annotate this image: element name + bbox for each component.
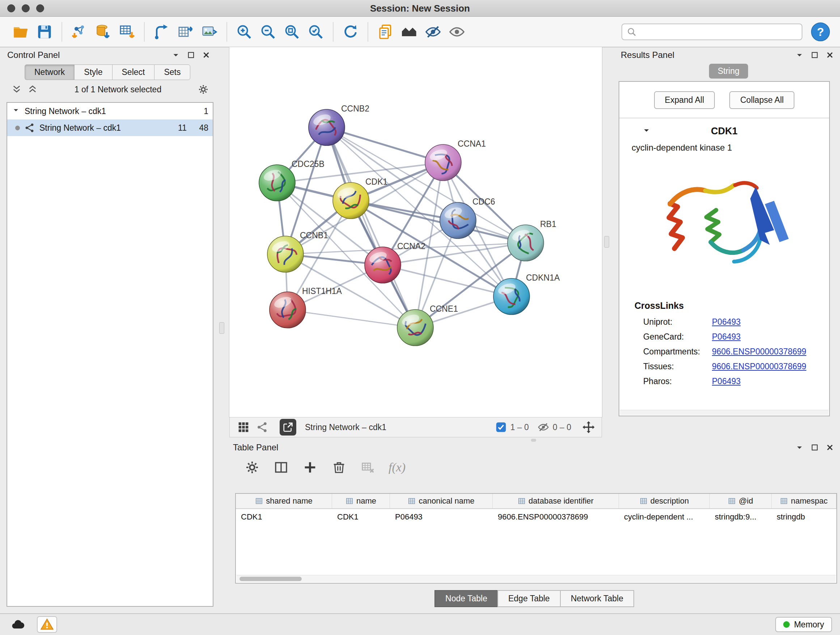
save-session-button[interactable] <box>34 22 55 42</box>
table-cell[interactable]: cyclin-dependent ... <box>619 512 710 522</box>
show-columns-button[interactable] <box>273 459 289 476</box>
import-network-from-database-button[interactable] <box>93 22 113 42</box>
hidden-eye-slash-icon[interactable] <box>538 421 549 433</box>
scrollbar-thumb[interactable] <box>240 577 302 581</box>
zoom-fit-content-button[interactable] <box>282 22 302 42</box>
open-session-button[interactable] <box>11 22 31 42</box>
collapse-button[interactable] <box>793 441 806 454</box>
add-column-button[interactable] <box>302 459 318 476</box>
tab-node-table[interactable]: Node Table <box>434 590 498 607</box>
panel-divider-handle[interactable] <box>219 322 224 334</box>
network-node-CDC6[interactable]: CDC6 <box>440 197 495 239</box>
collapse-button[interactable] <box>793 49 806 62</box>
refresh-view-button[interactable] <box>340 22 361 42</box>
share-network-button[interactable] <box>254 418 271 436</box>
table-cell[interactable]: stringdb <box>772 512 836 522</box>
network-edge[interactable] <box>287 310 415 328</box>
move-tool-button[interactable] <box>580 418 597 436</box>
column-header-id[interactable]: @id <box>710 494 772 508</box>
float-button[interactable] <box>808 49 821 62</box>
tab-string[interactable]: String <box>709 64 748 79</box>
network-graph[interactable]: CCNB2CCNA1CDC25BCDK1CDC6RB1CCNB1CCNA2CDK… <box>229 47 602 417</box>
crosslink-row: Tissues:9606.ENSP00000378699 <box>619 359 829 374</box>
window-zoom-button[interactable] <box>36 4 44 12</box>
export-table-button[interactable] <box>175 22 196 42</box>
network-canvas[interactable]: CCNB2CCNA1CDC25BCDK1CDC6RB1CCNB1CCNA2CDK… <box>229 47 602 417</box>
chevrons-up-button[interactable] <box>25 82 40 97</box>
zoom-in-button[interactable] <box>234 22 254 42</box>
network-node-HIST1H1A[interactable]: HIST1H1A <box>270 287 342 328</box>
network-node-RB1[interactable]: RB1 <box>508 219 556 261</box>
tab-style[interactable]: Style <box>74 65 112 80</box>
crosslink-link[interactable]: P06493 <box>712 317 741 327</box>
hide-graphics-details-button[interactable] <box>423 22 443 42</box>
tab-network-table[interactable]: Network Table <box>560 590 634 607</box>
expand-all-button[interactable]: Expand All <box>654 91 715 109</box>
network-node-CCNA1[interactable]: CCNA1 <box>425 139 486 181</box>
gear-button[interactable] <box>196 82 210 97</box>
section-disclosure-icon[interactable] <box>642 126 651 136</box>
network-edge[interactable] <box>327 127 415 328</box>
network-node-CCNB2[interactable]: CCNB2 <box>309 104 369 146</box>
table-settings-button[interactable] <box>244 459 261 476</box>
results-horizontal-scrollbar[interactable] <box>620 410 829 415</box>
network-node-CCNB1[interactable]: CCNB1 <box>267 231 328 272</box>
tab-edge-table[interactable]: Edge Table <box>497 590 561 607</box>
delete-column-button[interactable] <box>331 459 347 476</box>
show-graphics-details-button[interactable] <box>447 22 467 42</box>
cloud-button[interactable] <box>8 616 28 633</box>
function-builder-button[interactable]: f(x) <box>388 461 406 474</box>
grid-view-button[interactable] <box>235 418 252 436</box>
zoom-out-button[interactable] <box>258 22 278 42</box>
crosslink-link[interactable]: 9606.ENSP00000378699 <box>712 362 806 371</box>
table-cell[interactable]: 9606.ENSP00000378699 <box>493 512 619 522</box>
column-header-namespac[interactable]: namespac <box>772 494 836 508</box>
column-header-description[interactable]: description <box>619 494 710 508</box>
table-cell[interactable]: stringdb:9... <box>710 512 772 522</box>
column-header-database-identifier[interactable]: database identifier <box>493 494 619 508</box>
search-input[interactable] <box>639 27 797 37</box>
network-row[interactable]: String Network – cdk1 11 48 <box>7 119 213 136</box>
table-row[interactable]: CDK1CDK1P064939606.ENSP00000378699cyclin… <box>236 509 836 525</box>
crosslink-link[interactable]: 9606.ENSP00000378699 <box>712 347 806 356</box>
crosslink-link[interactable]: P06493 <box>712 377 741 386</box>
table-cell[interactable]: P06493 <box>390 512 493 522</box>
column-header-canonical-name[interactable]: canonical name <box>390 494 493 508</box>
crosslink-link[interactable]: P06493 <box>712 332 741 342</box>
birds-eye-view-button[interactable] <box>399 22 419 42</box>
table-horizontal-scrollbar[interactable] <box>237 575 836 582</box>
panel-divider-handle[interactable] <box>604 236 609 248</box>
import-network-from-file-button[interactable] <box>69 22 89 42</box>
tab-sets[interactable]: Sets <box>154 65 190 80</box>
help-button[interactable]: ? <box>811 22 830 41</box>
first-neighbors-button[interactable] <box>152 22 172 42</box>
tab-select[interactable]: Select <box>112 65 155 80</box>
import-table-from-file-button[interactable] <box>117 22 137 42</box>
tab-network[interactable]: Network <box>25 65 74 80</box>
collapse-all-button[interactable]: Collapse All <box>729 91 794 109</box>
collapse-button[interactable] <box>169 49 182 62</box>
close-button[interactable] <box>823 49 836 62</box>
column-header-name[interactable]: name <box>332 494 390 508</box>
export-image-button[interactable] <box>199 22 219 42</box>
copy-button[interactable] <box>375 22 395 42</box>
delete-table-button[interactable] <box>360 459 376 476</box>
network-node-CDK1[interactable]: CDK1 <box>333 177 387 219</box>
float-button[interactable] <box>185 49 197 62</box>
memory-button[interactable]: Memory <box>775 617 832 632</box>
column-header-shared-name[interactable]: shared name <box>236 494 332 508</box>
zoom-selected-button[interactable] <box>306 22 326 42</box>
window-minimize-button[interactable] <box>22 4 30 12</box>
close-button[interactable] <box>823 441 836 454</box>
network-collection-row[interactable]: String Network – cdk1 1 <box>7 103 213 119</box>
window-close-button[interactable] <box>7 4 15 12</box>
close-button[interactable] <box>200 49 213 62</box>
chevrons-down-button[interactable] <box>9 82 24 97</box>
selected-checkbox-icon[interactable] <box>495 421 507 433</box>
open-in-new-window-button[interactable] <box>279 419 296 435</box>
float-button[interactable] <box>808 441 821 454</box>
disclosure-triangle-icon[interactable] <box>11 106 20 117</box>
table-cell[interactable]: CDK1 <box>332 512 390 522</box>
warning-button[interactable] <box>37 616 57 633</box>
table-cell[interactable]: CDK1 <box>236 512 332 522</box>
